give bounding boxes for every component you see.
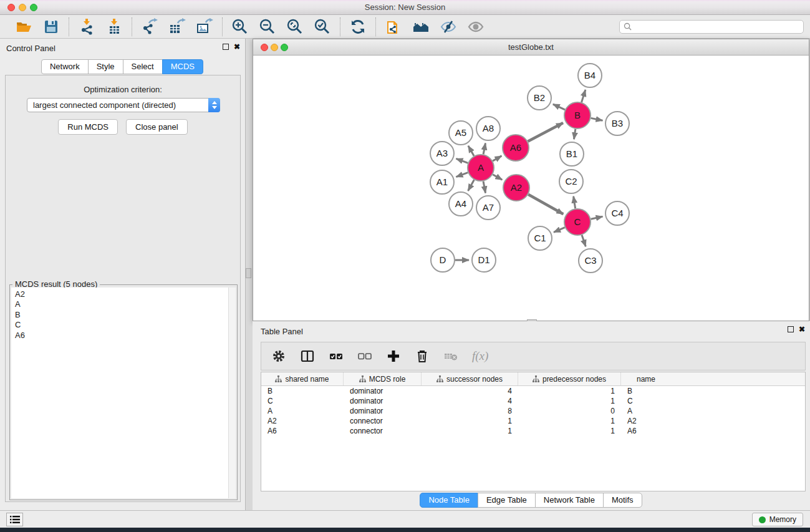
mcds-result-list[interactable]: A2ABCA6 <box>11 288 236 498</box>
search-box[interactable] <box>619 20 804 34</box>
network-node-A5[interactable]: A5 <box>449 121 473 145</box>
table-float-panel-icon[interactable] <box>788 326 794 332</box>
network-edge-C-C4[interactable] <box>591 216 602 219</box>
network-node-C4[interactable]: C4 <box>605 201 629 225</box>
network-node-A7[interactable]: A7 <box>476 196 500 220</box>
close-panel-button[interactable]: Close panel <box>126 119 188 135</box>
tab-style[interactable]: Style <box>88 59 123 74</box>
network-edge-A-A7[interactable] <box>483 181 486 193</box>
hide-selected-icon[interactable] <box>440 18 457 36</box>
split-view-icon[interactable] <box>300 349 315 364</box>
network-edge-B-B4[interactable] <box>582 90 586 102</box>
network-node-B3[interactable]: B3 <box>605 112 629 135</box>
zoom-selected-icon[interactable] <box>314 18 331 36</box>
network-node-A8[interactable]: A8 <box>476 117 500 140</box>
cell-successor-nodes[interactable]: 1 <box>422 417 518 425</box>
tab-motifs[interactable]: Motifs <box>603 493 642 508</box>
cell-mcds-role[interactable]: dominator <box>344 397 422 405</box>
table-row[interactable]: Adominator80A <box>261 406 805 416</box>
export-table-icon[interactable] <box>168 18 186 36</box>
tab-network[interactable]: Network <box>41 59 89 74</box>
result-scrollbar[interactable] <box>228 288 236 498</box>
table-row[interactable]: Cdominator41C <box>261 396 805 406</box>
zoom-fit-icon[interactable] <box>286 18 304 36</box>
checked-columns-icon[interactable] <box>329 349 344 364</box>
export-image-icon[interactable] <box>196 18 213 36</box>
network-edge-C-C2[interactable] <box>574 196 576 209</box>
tab-node-table[interactable]: Node Table <box>420 493 478 508</box>
tab-select[interactable]: Select <box>123 59 163 74</box>
export-network-icon[interactable] <box>141 18 158 36</box>
column-header-name[interactable]: name <box>621 372 671 385</box>
network-node-A6[interactable]: A6 <box>503 135 529 161</box>
result-item[interactable]: B <box>15 310 232 320</box>
zoom-in-icon[interactable] <box>231 18 249 36</box>
network-node-C[interactable]: C <box>564 209 591 235</box>
cell-mcds-role[interactable]: connector <box>344 417 422 425</box>
cell-name[interactable]: C <box>621 397 671 405</box>
cell-successor-nodes[interactable]: 1 <box>422 427 518 435</box>
cell-successor-nodes[interactable]: 8 <box>422 407 518 415</box>
zoom-out-icon[interactable] <box>259 18 276 36</box>
network-node-B1[interactable]: B1 <box>560 142 584 166</box>
network-edge-A2-C[interactable] <box>528 195 563 215</box>
cell-predecessor-nodes[interactable]: 1 <box>518 387 621 395</box>
tab-mcds[interactable]: MCDS <box>162 59 203 74</box>
network-edge-A-A2[interactable] <box>493 175 502 180</box>
network-edge-B-B1[interactable] <box>574 129 575 139</box>
new-network-from-file-icon[interactable] <box>385 18 402 36</box>
tab-network-table[interactable]: Network Table <box>535 493 604 508</box>
result-item[interactable]: A6 <box>15 331 232 341</box>
network-node-B[interactable]: B <box>564 102 591 128</box>
cell-predecessor-nodes[interactable]: 0 <box>518 407 621 415</box>
gear-icon[interactable] <box>271 349 286 364</box>
result-item[interactable]: A <box>15 299 232 309</box>
network-edge-C-C1[interactable] <box>554 228 565 233</box>
close-panel-icon[interactable]: ✖ <box>234 44 240 50</box>
cell-shared-name[interactable]: A <box>261 407 344 415</box>
cell-mcds-role[interactable]: connector <box>344 427 422 435</box>
network-node-A4[interactable]: A4 <box>449 192 473 216</box>
cell-name[interactable]: A2 <box>621 417 671 425</box>
network-node-C2[interactable]: C2 <box>559 170 583 193</box>
search-input[interactable] <box>634 22 799 31</box>
save-session-icon[interactable] <box>42 18 60 36</box>
network-node-A3[interactable]: A3 <box>430 142 454 165</box>
network-window-titlebar[interactable]: testGlobe.txt <box>253 39 809 56</box>
table-row[interactable]: Bdominator41B <box>261 386 805 396</box>
column-header-shared-name[interactable]: shared name <box>261 372 344 385</box>
network-edge-A-A8[interactable] <box>483 143 485 155</box>
cell-shared-name[interactable]: A2 <box>261 417 344 425</box>
tab-edge-table[interactable]: Edge Table <box>478 493 536 508</box>
cell-shared-name[interactable]: B <box>261 387 344 395</box>
task-history-button[interactable] <box>6 513 23 526</box>
result-item[interactable]: C <box>15 320 232 330</box>
show-all-icon[interactable] <box>467 18 485 36</box>
cell-predecessor-nodes[interactable]: 1 <box>518 417 621 425</box>
result-item[interactable]: A2 <box>15 289 232 299</box>
cell-mcds-role[interactable]: dominator <box>344 387 422 395</box>
cell-predecessor-nodes[interactable]: 1 <box>518 427 621 435</box>
float-panel-icon[interactable] <box>223 44 229 50</box>
refresh-icon[interactable] <box>349 18 367 36</box>
network-node-C3[interactable]: C3 <box>579 249 602 273</box>
column-header-predecessor-nodes[interactable]: predecessor nodes <box>518 372 621 385</box>
cell-mcds-role[interactable]: dominator <box>344 407 422 415</box>
cell-name[interactable]: A <box>621 407 671 415</box>
network-node-B4[interactable]: B4 <box>578 64 602 87</box>
delete-column-icon[interactable] <box>415 349 430 364</box>
memory-button[interactable]: Memory <box>752 513 803 526</box>
network-node-A[interactable]: A <box>468 155 494 181</box>
import-network-icon[interactable] <box>78 18 95 36</box>
unchecked-columns-icon[interactable] <box>357 349 372 364</box>
criterion-select[interactable]: largest connected component (directed) <box>27 98 220 112</box>
network-edge-A6-B[interactable] <box>528 123 563 142</box>
column-header-mcds-role[interactable]: MCDS role <box>344 372 422 385</box>
cell-successor-nodes[interactable]: 4 <box>422 397 518 405</box>
import-table-icon[interactable] <box>105 18 123 36</box>
network-edge-A-A6[interactable] <box>493 156 501 161</box>
cell-predecessor-nodes[interactable]: 1 <box>518 397 621 405</box>
add-column-icon[interactable] <box>386 349 401 364</box>
network-edge-A-A5[interactable] <box>468 146 474 156</box>
network-node-D[interactable]: D <box>431 248 455 272</box>
